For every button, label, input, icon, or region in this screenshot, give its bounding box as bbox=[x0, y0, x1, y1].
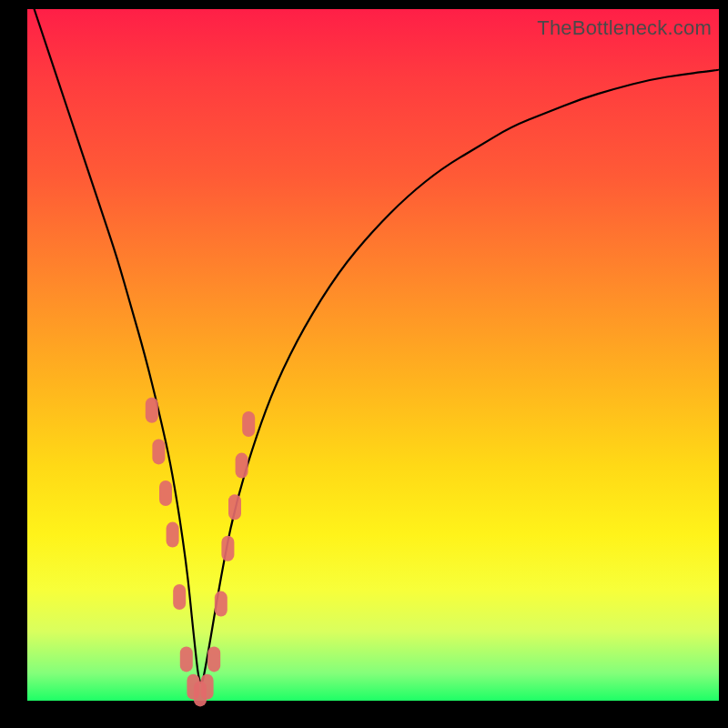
highlight-marker bbox=[167, 522, 179, 548]
highlight-marker bbox=[228, 494, 241, 520]
highlight-marker bbox=[242, 411, 255, 437]
highlight-marker bbox=[180, 646, 193, 672]
highlight-marker bbox=[215, 592, 228, 617]
highlight-marker bbox=[236, 453, 248, 479]
highlight-marker bbox=[152, 439, 165, 464]
highlight-marker bbox=[173, 584, 186, 610]
highlight-marker bbox=[159, 480, 172, 506]
highlight-marker bbox=[221, 536, 234, 561]
highlight-marker bbox=[207, 646, 220, 672]
curve-layer bbox=[35, 9, 719, 682]
chart-frame: TheBottleneck.com bbox=[0, 0, 728, 728]
highlight-marker bbox=[201, 674, 214, 700]
bottleneck-curve-path bbox=[35, 9, 719, 682]
marker-layer bbox=[146, 398, 255, 707]
highlight-marker bbox=[146, 398, 158, 423]
chart-svg bbox=[27, 9, 719, 701]
plot-area: TheBottleneck.com bbox=[27, 9, 719, 701]
